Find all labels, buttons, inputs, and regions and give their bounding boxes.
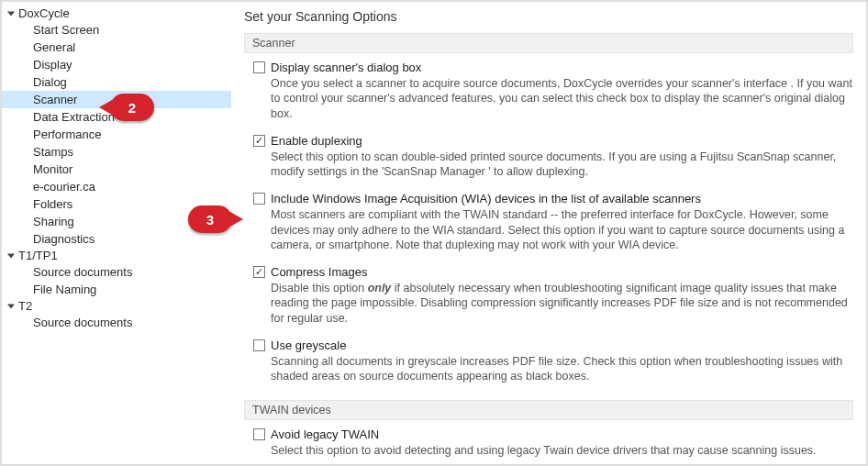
field-label: Display scanner's dialog box — [271, 61, 421, 74]
field-display-dialog: Display scanner's dialog boxOnce you sel… — [244, 59, 853, 132]
field-description: Once you select a scanner to acquire sou… — [271, 76, 853, 121]
field-avoid-legacy-twain: Avoid legacy TWAINSelect this option to … — [244, 426, 853, 464]
options-content: Set your Scanning Options ScannerDisplay… — [231, 2, 866, 464]
page-title: Set your Scanning Options — [244, 9, 853, 24]
tree-item-display[interactable]: Display — [2, 56, 231, 73]
options-dialog: DoxCycleStart ScreenGeneralDisplayDialog… — [0, 0, 868, 466]
tree-item-e-courier-ca[interactable]: e-courier.ca — [2, 178, 231, 195]
tree-item-monitor[interactable]: Monitor — [2, 161, 231, 178]
checkbox-compress-images[interactable]: ✓ — [253, 266, 265, 278]
tree-item-label: General — [33, 40, 75, 54]
checkbox-use-greyscale[interactable] — [253, 339, 265, 351]
tree-group-label: T1/TP1 — [18, 249, 58, 262]
tree-item-stamps[interactable]: Stamps — [2, 143, 231, 161]
tree-item-label: Diagnostics — [33, 232, 95, 246]
tree-item-source-documents[interactable]: Source documents — [2, 314, 231, 331]
field-compress-images: ✓Compress ImagesDisable this option only… — [244, 263, 853, 337]
tree-item-sharing[interactable]: Sharing — [2, 213, 231, 230]
field-label: Use greyscale — [271, 338, 346, 352]
field-label: Avoid legacy TWAIN — [271, 427, 379, 441]
tree-item-label: Display — [33, 58, 72, 72]
field-enable-duplexing: ✓Enable duplexingSelect this option to s… — [244, 132, 853, 191]
options-tree: DoxCycleStart ScreenGeneralDisplayDialog… — [2, 2, 231, 464]
tree-item-start-screen[interactable]: Start Screen — [2, 21, 231, 39]
section-twain-devices: TWAIN devicesAvoid legacy TWAINSelect th… — [244, 400, 853, 464]
checkbox-include-wia[interactable] — [253, 193, 265, 205]
field-description: Disable this option only if absolutely n… — [271, 281, 853, 326]
tree-group-label: T2 — [18, 299, 32, 313]
tree-item-label: Start Screen — [33, 23, 99, 37]
tree-item-label: File Naming — [33, 283, 96, 296]
tree-item-scanner[interactable]: Scanner — [2, 91, 231, 108]
tree-item-label: Source documents — [33, 265, 132, 279]
field-label: Compress Images — [271, 265, 367, 279]
tree-item-label: Source documents — [33, 316, 132, 329]
section-header: Scanner — [244, 33, 853, 53]
tree-item-label: Data Extraction — [33, 110, 115, 124]
field-label: Include Windows Image Acquisition (WIA) … — [271, 192, 701, 205]
tree-item-data-extraction[interactable]: Data Extraction — [2, 108, 231, 126]
checkbox-avoid-legacy-twain[interactable] — [253, 428, 265, 440]
section-header: TWAIN devices — [244, 400, 853, 420]
tree-item-label: Dialog — [33, 75, 67, 89]
tree-group-t1-tp1[interactable]: T1/TP1 — [2, 248, 231, 263]
tree-item-label: Monitor — [33, 162, 72, 176]
tree-item-performance[interactable]: Performance — [2, 126, 231, 143]
field-description: Scanning all documents in greyscale incr… — [271, 354, 853, 384]
tree-item-label: Sharing — [33, 215, 74, 228]
field-description: Select this option to scan double-sided … — [271, 150, 853, 180]
tree-item-general[interactable]: General — [2, 39, 231, 56]
tree-group-label: DoxCycle — [18, 6, 70, 20]
field-label: Enable duplexing — [271, 134, 362, 148]
tree-item-dialog[interactable]: Dialog — [2, 73, 231, 91]
tree-item-label: Performance — [33, 128, 101, 141]
tree-item-label: e-courier.ca — [33, 180, 95, 194]
checkbox-enable-duplexing[interactable]: ✓ — [253, 135, 265, 147]
field-include-wia: Include Windows Image Acquisition (WIA) … — [244, 190, 853, 263]
tree-item-source-documents[interactable]: Source documents — [2, 263, 231, 281]
tree-item-label: Scanner — [33, 93, 77, 106]
tree-item-label: Stamps — [33, 145, 73, 159]
field-description: Select this option to avoid detecting an… — [271, 443, 853, 458]
tree-item-label: Folders — [33, 197, 72, 211]
tree-group-t2[interactable]: T2 — [2, 298, 231, 314]
checkbox-display-dialog[interactable] — [253, 61, 265, 73]
tree-item-folders[interactable]: Folders — [2, 195, 231, 213]
tree-item-diagnostics[interactable]: Diagnostics — [2, 230, 231, 248]
tree-item-file-naming[interactable]: File Naming — [2, 281, 231, 298]
section-scanner: ScannerDisplay scanner's dialog boxOnce … — [244, 33, 853, 394]
field-use-greyscale: Use greyscaleScanning all documents in g… — [244, 337, 853, 395]
field-description: Most scanners are compliant with the TWA… — [271, 207, 853, 252]
tree-group-doxcycle[interactable]: DoxCycle — [2, 6, 231, 21]
